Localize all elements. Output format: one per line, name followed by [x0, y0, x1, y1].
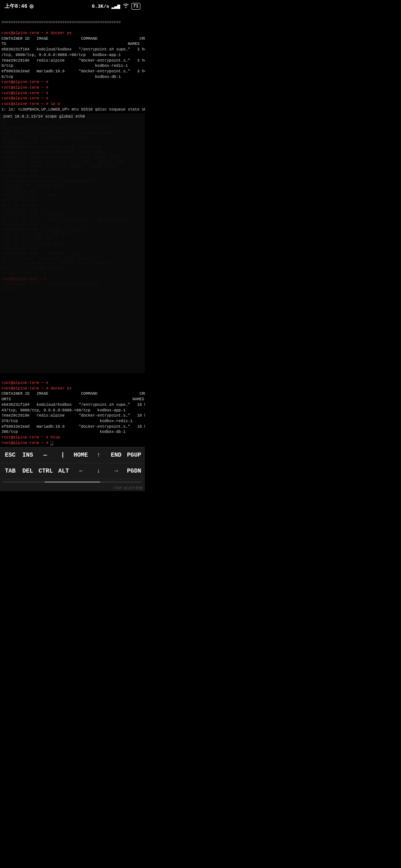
key-ctrl[interactable]: CTRL — [38, 466, 53, 476]
key-ins[interactable]: INS — [20, 450, 35, 460]
wifi-icon — [123, 3, 129, 10]
time-display: 上午8:46 — [4, 3, 27, 10]
key-down[interactable]: ↓ — [91, 466, 106, 476]
battery-indicator: 71 — [131, 3, 140, 10]
headers-line-2: CONTAINER ID IMAGE COMMAND CREATED STATU… — [1, 391, 145, 401]
container2-3-line2: 306/tcp kodbox-db-1 — [1, 430, 125, 434]
keyboard-row-1: ESC INS — | HOME ↑ END PGUP — [0, 447, 145, 463]
container2-1-line2: 43/tcp, 9000/tcp, 0.0.0.0:8088->80/tcp k… — [1, 408, 125, 412]
prompt-docker-ps: root@alpine-term ~ # docker ps — [1, 31, 72, 35]
ip-output-1: 1: lo: <LOOPBACK,UP,LOWER_UP> mtu 65536 … — [1, 107, 145, 112]
container-2-line2: 9/tcp kodbox-redis-1 — [1, 63, 128, 68]
empty-prompt-1: root@alpine-term ~ # — [1, 80, 48, 84]
container2-1-line1: eb836231f104 kodcloud/kodbox "/entrypoin… — [1, 402, 145, 407]
status-right: 0.3K/s ▂▄▆ 71 — [92, 3, 140, 10]
empty-prompt-3: root@alpine-term ~ # — [1, 91, 48, 95]
inet-line: inet 10.0.2.15/24 scope global eth0 — [1, 114, 87, 119]
container-1-line2: /tcp, 9000/tcp, 0.0.0.0:8088->80/tcp kod… — [1, 53, 121, 57]
network-speed: 0.3K/s — [92, 4, 109, 9]
container-3-line1: ef60633e2ead mariadb:10.6 "docker-entryp… — [1, 69, 145, 73]
docker-ps-prompt-2: root@alpine-term ~ # docker ps — [1, 386, 72, 391]
keyboard-bar: ESC INS — | HOME ↑ END PGUP TAB DEL CTRL… — [0, 447, 145, 491]
htop-prompt: root@alpine-term ~ # htop — [1, 435, 60, 440]
key-pgdn[interactable]: PGDN — [126, 466, 142, 476]
key-pgup[interactable]: PGUP — [126, 450, 142, 460]
status-left: 上午8:46 ⊙ — [4, 2, 33, 10]
scroll-bar — [3, 481, 142, 483]
headers-line: CONTAINER ID IMAGE COMMAND CREATED STATU… — [1, 36, 145, 46]
container-1-line1: eb836231f104 kodcloud/kodbox "/entrypoin… — [1, 47, 145, 52]
key-right[interactable]: → — [109, 466, 124, 476]
key-esc[interactable]: ESC — [3, 450, 18, 460]
final-prompt: root@alpine-term ~ # █ — [1, 441, 53, 445]
ip-command-prompt: root@alpine-term ~ # ip a — [1, 102, 60, 106]
scroll-indicator — [45, 481, 100, 483]
container2-2-line2: 379/tcp kodbox-redis-1 — [1, 419, 133, 423]
svg-point-0 — [125, 7, 126, 8]
empty-prompt-5: root@alpine-term ~ # — [1, 381, 48, 385]
terminal-output[interactable]: ########################################… — [0, 13, 145, 114]
key-alt[interactable]: ALT — [56, 466, 71, 476]
key-up[interactable]: ↑ — [91, 450, 106, 460]
container2-2-line1: 7eae29c2919e redis:alpine "docker-entryp… — [1, 413, 145, 418]
container2-3-line1: ef60633e2ead mariadb:10.6 "docker-entryp… — [1, 424, 145, 429]
watermark: CSDN @山水不相逢 — [114, 486, 143, 490]
key-end[interactable]: END — [109, 450, 124, 460]
keyboard-row-2: TAB DEL CTRL ALT ← ↓ → PGDN — [0, 463, 145, 479]
container-3-line2: 6/tcp kodbox-db-1 — [1, 75, 121, 79]
key-home[interactable]: HOME — [73, 450, 88, 460]
circle-icon: ⊙ — [30, 2, 34, 10]
blurred-middle-section: inet 10.0.2.15/24 scope global eth0 us l… — [0, 114, 145, 373]
container-2-line1: 7eae29c2919e redis:alpine "docker-entryp… — [1, 58, 145, 63]
key-del[interactable]: DEL — [20, 466, 35, 476]
signal-icon: ▂▄▆ — [111, 3, 120, 9]
terminal-output-2[interactable]: root@alpine-term ~ # root@alpine-term ~ … — [0, 373, 145, 447]
empty-prompt-4: root@alpine-term ~ # — [1, 96, 48, 101]
empty-prompt-2: root@alpine-term ~ # — [1, 85, 48, 90]
key-left[interactable]: ← — [74, 466, 89, 476]
key-tab[interactable]: TAB — [3, 466, 18, 476]
key-pipe[interactable]: | — [55, 450, 70, 460]
blurred-content: us link/ether 52:54:00:12:34:56 brd ff:f… — [0, 119, 145, 293]
status-bar: 上午8:46 ⊙ 0.3K/s ▂▄▆ 71 — [0, 0, 145, 13]
separator-line: ########################################… — [1, 20, 121, 24]
key-dash[interactable]: — — [38, 450, 53, 460]
